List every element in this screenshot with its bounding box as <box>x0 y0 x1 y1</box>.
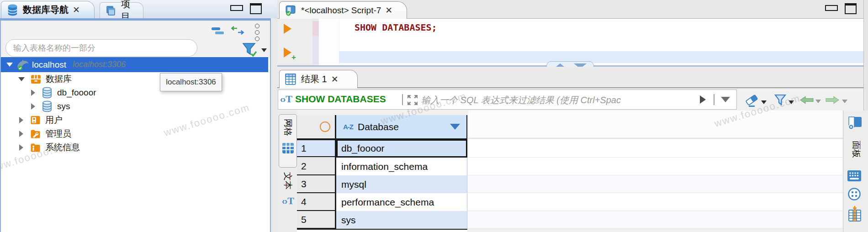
row-number-1[interactable]: 1 <box>297 139 335 157</box>
nav-forward-dropdown-icon[interactable] <box>842 100 847 103</box>
chevron-right-icon[interactable] <box>19 144 23 151</box>
plus-icon: + <box>291 53 296 62</box>
close-icon[interactable]: ✕ <box>331 75 339 84</box>
minimize-view-button[interactable] <box>230 5 243 11</box>
minimize-editor-button[interactable] <box>825 5 838 11</box>
row-number-3[interactable]: 3 <box>297 175 335 193</box>
sort-az-icon: A-Z <box>343 123 353 131</box>
chevron-right-icon[interactable] <box>19 117 23 123</box>
results-tabbar <box>277 67 863 88</box>
sort-desc-icon[interactable] <box>450 124 460 130</box>
apply-filter-icon[interactable] <box>773 93 788 110</box>
tab-sql-editor[interactable]: *<localhost> Script-7 ✕ <box>279 1 407 19</box>
executed-query-text: SHOW DATABASES <box>295 94 386 105</box>
admin-folder-icon <box>29 128 42 139</box>
database-icon <box>41 87 53 99</box>
sql-editor-icon <box>284 5 297 16</box>
chevron-right-icon[interactable] <box>31 90 35 96</box>
tab-projects[interactable]: 项目 <box>100 2 143 18</box>
info-folder-icon <box>29 142 42 153</box>
projects-icon <box>105 5 117 16</box>
apply-filter-dropdown-icon[interactable] <box>789 100 794 104</box>
text-tab-label: 文本 <box>282 172 294 190</box>
users-folder-icon <box>29 115 42 126</box>
tab-results-1[interactable]: 结果 1 ✕ <box>279 70 358 88</box>
search-input[interactable] <box>12 43 188 53</box>
row-number-label: 3 <box>301 179 307 190</box>
chevron-down-icon[interactable] <box>6 63 13 67</box>
presentation-tab-grid[interactable]: 网格 <box>279 114 297 168</box>
tooltip-text: localhost:3306 <box>166 78 216 87</box>
collapse-all-icon[interactable] <box>211 26 226 37</box>
cell-value: mysql <box>341 179 366 190</box>
close-icon[interactable]: ✕ <box>73 5 80 14</box>
cell-database-4[interactable]: performance_schema <box>336 193 467 211</box>
chevron-right-icon[interactable] <box>31 103 35 110</box>
tree-search-field[interactable] <box>5 39 197 57</box>
filter-dropdown-icon[interactable] <box>261 48 267 52</box>
link-with-editor-icon[interactable] <box>229 25 246 38</box>
panels-toggle-icon[interactable] <box>847 116 863 132</box>
close-icon[interactable]: ✕ <box>385 6 392 15</box>
aggregate-panel-icon[interactable] <box>847 206 863 224</box>
execute-statement-button[interactable] <box>284 24 291 34</box>
grid-header-filler <box>468 111 843 138</box>
nav-back-icon[interactable] <box>799 95 814 107</box>
grid-corner-header[interactable] <box>297 115 335 138</box>
panel-label-text: 面板 <box>850 141 862 158</box>
cell-database-2[interactable]: information_schema <box>336 158 467 175</box>
tree-item-label: 数据库 <box>46 73 72 85</box>
cell-database-1[interactable]: db_foooor <box>336 139 467 158</box>
row-marker-icon <box>320 121 330 132</box>
tree-item-databases-folder[interactable]: 数据库 <box>1 72 268 86</box>
tree-item-label: 系统信息 <box>45 142 80 153</box>
clear-filter-dropdown-icon[interactable] <box>761 100 767 104</box>
filter-overflow-icon[interactable] <box>700 95 706 104</box>
cell-database-3[interactable]: mysql <box>336 175 467 193</box>
tree-item-admin-folder[interactable]: 管理员 <box>1 127 268 141</box>
tree-item-sysinfo-folder[interactable]: 系统信息 <box>1 141 268 154</box>
calc-panel-icon[interactable] <box>847 170 862 184</box>
view-menu-icon[interactable] <box>255 24 259 41</box>
presentation-tab-text[interactable]: 文本 <box>279 171 297 218</box>
metadata-panel-icon[interactable] <box>847 187 862 203</box>
grid-presentation-icon <box>281 142 295 156</box>
execute-new-tab-button[interactable]: + <box>284 47 297 63</box>
cell-value: sys <box>341 215 356 226</box>
sql-statement-text: SHOW DATABASES; <box>355 22 437 33</box>
row-number-label: 5 <box>301 214 307 225</box>
separator <box>714 94 715 105</box>
editor-annotation-ruler <box>312 21 319 36</box>
maximize-view-button[interactable] <box>250 3 262 14</box>
maximize-editor-button[interactable] <box>845 3 857 14</box>
grid-row-filler <box>468 158 843 175</box>
nav-back-dropdown-icon[interactable] <box>815 100 821 103</box>
tree-item-db-foooor[interactable]: db_foooor <box>1 86 268 100</box>
tree-item-label: 管理员 <box>45 128 71 140</box>
chevron-right-icon[interactable] <box>19 131 23 137</box>
cell-database-5[interactable]: sys <box>336 211 467 229</box>
row-number-label: 2 <box>301 161 307 172</box>
tab-label: *<localhost> Script-7 <box>301 5 381 16</box>
filter-history-dropdown-icon[interactable] <box>721 97 730 102</box>
row-number-5[interactable]: 5 <box>297 211 335 229</box>
nav-forward-icon[interactable] <box>825 95 840 107</box>
database-stack-icon <box>6 4 19 16</box>
row-number-4[interactable]: 4 <box>297 193 335 211</box>
tab-database-navigator[interactable]: 数据库导航 ✕ <box>1 1 95 18</box>
clear-filter-icon[interactable] <box>745 93 760 110</box>
tree-item-sys[interactable]: sys <box>1 100 268 113</box>
tree-item-label: sys <box>57 101 70 111</box>
tab-label: 结果 1 <box>301 73 327 85</box>
row-number-2[interactable]: 2 <box>297 158 335 175</box>
column-header-database[interactable]: A-Z Database <box>336 115 467 138</box>
chevron-down-icon[interactable] <box>18 77 25 81</box>
tree-item-users-folder[interactable]: 用户 <box>1 113 268 127</box>
database-icon <box>41 100 53 112</box>
grid-row-filler <box>468 211 843 229</box>
expand-filter-icon[interactable] <box>407 94 418 108</box>
tree-item-localhost[interactable]: localhost localhost:3306 <box>1 57 268 72</box>
grid-row-filler <box>468 175 843 193</box>
panel-vertical-label: 面板 <box>848 135 864 163</box>
editor-annotation-ruler-lower <box>312 36 319 64</box>
